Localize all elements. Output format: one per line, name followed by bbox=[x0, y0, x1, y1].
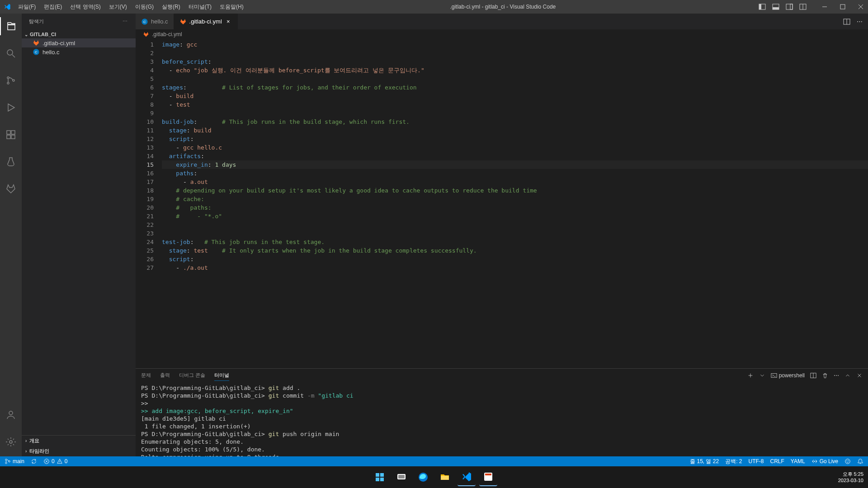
svg-point-22 bbox=[9, 441, 12, 443]
svg-point-43 bbox=[814, 461, 815, 462]
sidebar-section[interactable]: ›개요 bbox=[22, 436, 136, 446]
breadcrumb[interactable]: .gitlab-ci.yml bbox=[136, 29, 868, 39]
svg-line-13 bbox=[12, 55, 15, 57]
window-title: .gitlab-ci.yml - gitlab_ci - Visual Stud… bbox=[247, 4, 759, 10]
svg-rect-19 bbox=[7, 135, 10, 139]
menu-item[interactable]: 실행(R) bbox=[158, 1, 184, 13]
new-terminal-icon[interactable] bbox=[747, 372, 754, 379]
svg-rect-3 bbox=[773, 7, 779, 9]
svg-point-44 bbox=[845, 459, 850, 464]
file-item[interactable]: Chello.c bbox=[22, 47, 136, 56]
menubar: 파일(F)편집(E)선택 영역(S)보기(V)이동(G)실행(R)터미널(T)도… bbox=[14, 1, 247, 13]
maximize-panel-icon[interactable] bbox=[844, 372, 851, 379]
close-tab-icon[interactable]: × bbox=[225, 18, 232, 25]
menu-item[interactable]: 터미널(T) bbox=[185, 1, 215, 13]
close-panel-icon[interactable] bbox=[856, 372, 863, 379]
svg-rect-1 bbox=[759, 4, 761, 9]
menu-item[interactable]: 이동(G) bbox=[132, 1, 157, 13]
split-editor-icon[interactable] bbox=[843, 18, 850, 25]
svg-rect-52 bbox=[398, 475, 405, 479]
svg-rect-31 bbox=[771, 374, 777, 378]
terminal-content[interactable]: PS D:\Programming-GitLab\gitlab_ci> git … bbox=[136, 382, 868, 456]
svg-point-14 bbox=[7, 77, 9, 79]
taskbar-app[interactable] bbox=[479, 468, 497, 486]
status-bar: main 0 0 줄 15, 열 22 공백: 2 UTF-8 CRLF YAM… bbox=[0, 456, 868, 466]
menu-item[interactable]: 파일(F) bbox=[14, 1, 39, 13]
status-bell-icon[interactable] bbox=[857, 458, 863, 465]
svg-rect-49 bbox=[376, 478, 379, 481]
panel-tab[interactable]: 터미널 bbox=[214, 370, 229, 381]
editor-tab[interactable]: .gitlab-ci.yml× bbox=[174, 14, 238, 29]
maximize-icon[interactable] bbox=[839, 3, 846, 10]
svg-rect-5 bbox=[790, 4, 793, 9]
panel-tab[interactable]: 문제 bbox=[141, 370, 151, 381]
layout-customize-icon[interactable] bbox=[799, 3, 807, 10]
menu-item[interactable]: 편집(E) bbox=[40, 1, 66, 13]
windows-taskbar: 오후 5:25 2023-03-10 bbox=[0, 466, 868, 488]
panel-tab[interactable]: 출력 bbox=[160, 370, 170, 381]
vscode-icon bbox=[4, 3, 11, 10]
activity-gitlab[interactable] bbox=[0, 180, 22, 198]
split-terminal-icon[interactable] bbox=[810, 372, 816, 379]
svg-point-15 bbox=[7, 82, 9, 84]
svg-rect-50 bbox=[380, 478, 384, 481]
activity-search[interactable] bbox=[0, 44, 22, 62]
activity-testing[interactable] bbox=[0, 153, 22, 171]
editor-tab[interactable]: Chello.c bbox=[136, 14, 174, 29]
menu-item[interactable]: 보기(V) bbox=[105, 1, 131, 13]
activity-extensions[interactable] bbox=[0, 126, 22, 144]
panel-tab[interactable]: 디버그 콘솔 bbox=[179, 370, 205, 381]
taskbar-clock[interactable]: 오후 5:25 2023-03-10 bbox=[838, 471, 863, 483]
sidebar-menu-icon[interactable]: ⋯ bbox=[123, 19, 128, 24]
activity-source-control[interactable] bbox=[0, 71, 22, 89]
taskbar-vscode[interactable] bbox=[458, 468, 476, 486]
menu-item[interactable]: 도움말(H) bbox=[216, 1, 247, 13]
status-golive[interactable]: Go Live bbox=[811, 458, 838, 465]
title-bar: 파일(F)편집(E)선택 영역(S)보기(V)이동(G)실행(R)터미널(T)도… bbox=[0, 0, 868, 14]
menu-item[interactable]: 선택 영역(S) bbox=[66, 1, 104, 13]
editor-tabs: Chello.c.gitlab-ci.yml× ⋯ bbox=[136, 14, 868, 29]
minimize-icon[interactable] bbox=[821, 3, 828, 10]
file-item[interactable]: .gitlab-ci.yml bbox=[22, 38, 136, 47]
layout-sidebar-right-icon[interactable] bbox=[786, 3, 793, 10]
powershell-icon bbox=[771, 372, 777, 379]
status-language[interactable]: YAML bbox=[791, 458, 805, 465]
sidebar-section[interactable]: ›타임라인 bbox=[22, 446, 136, 456]
gitlab-icon bbox=[143, 31, 149, 38]
svg-point-21 bbox=[9, 411, 13, 415]
svg-point-36 bbox=[5, 459, 7, 461]
taskbar-explorer[interactable] bbox=[436, 468, 454, 486]
activity-explorer[interactable] bbox=[0, 17, 22, 35]
status-branch[interactable]: main bbox=[5, 458, 24, 465]
taskbar-edge[interactable] bbox=[414, 468, 432, 486]
taskbar-start[interactable] bbox=[371, 468, 389, 486]
activity-bar bbox=[0, 14, 22, 456]
status-problems[interactable]: 0 0 bbox=[43, 458, 67, 465]
layout-sidebar-left-icon[interactable] bbox=[759, 3, 766, 10]
activity-run-debug[interactable] bbox=[0, 99, 22, 117]
status-spaces[interactable]: 공백: 2 bbox=[725, 458, 742, 465]
svg-rect-54 bbox=[441, 476, 449, 480]
activity-accounts[interactable] bbox=[0, 406, 22, 424]
status-feedback-icon[interactable] bbox=[844, 458, 851, 465]
svg-text:C: C bbox=[35, 50, 38, 54]
svg-rect-48 bbox=[380, 473, 384, 477]
status-eol[interactable]: CRLF bbox=[770, 458, 784, 465]
svg-rect-9 bbox=[840, 5, 845, 9]
kill-terminal-icon[interactable] bbox=[822, 372, 828, 379]
status-encoding[interactable]: UTF-8 bbox=[749, 458, 764, 465]
activity-settings[interactable] bbox=[0, 433, 22, 451]
sidebar-title: 탐색기 bbox=[29, 18, 44, 25]
project-section[interactable]: ⌄ GITLAB_CI bbox=[22, 30, 136, 38]
taskbar-task-view[interactable] bbox=[392, 468, 410, 486]
layout-panel-icon[interactable] bbox=[772, 3, 779, 10]
editor-more-icon[interactable]: ⋯ bbox=[857, 18, 863, 25]
status-sync[interactable] bbox=[31, 458, 37, 465]
close-icon[interactable] bbox=[857, 3, 864, 10]
status-cursor[interactable]: 줄 15, 열 22 bbox=[690, 458, 719, 465]
code-editor[interactable]: 1234567891011121314151617181920212223242… bbox=[136, 39, 868, 368]
terminal-shell-label[interactable]: powershell bbox=[771, 372, 805, 379]
svg-point-37 bbox=[5, 462, 7, 464]
terminal-dropdown-icon[interactable] bbox=[759, 372, 765, 379]
panel-more-icon[interactable]: ⋯ bbox=[834, 372, 839, 379]
